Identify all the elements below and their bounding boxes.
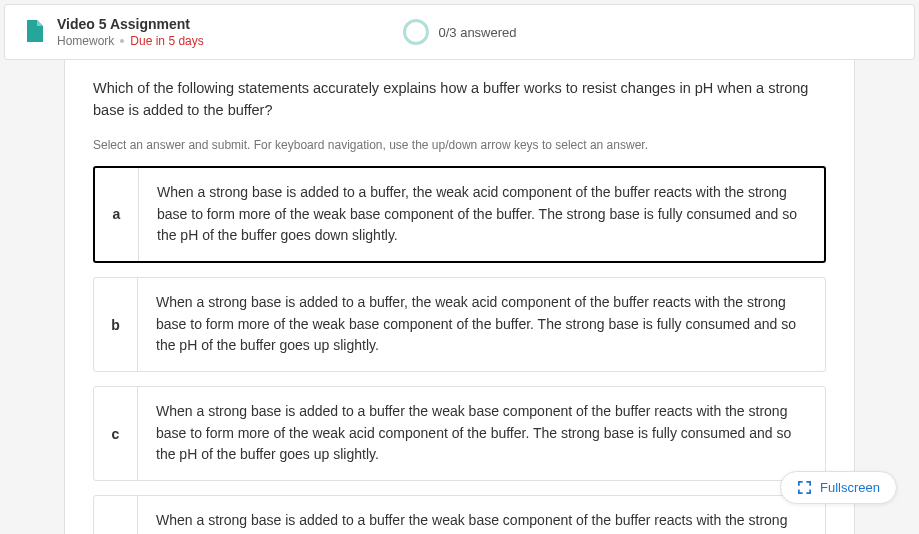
assignment-header: Video 5 Assignment Homework Due in 5 day… xyxy=(4,4,915,60)
progress-indicator: 0/3 answered xyxy=(402,19,516,45)
title-block: Video 5 Assignment Homework Due in 5 day… xyxy=(57,16,204,49)
document-icon xyxy=(25,20,43,42)
choice-option-d[interactable]: dWhen a strong base is added to a buffer… xyxy=(93,495,826,534)
assignment-meta: Homework Due in 5 days xyxy=(57,34,204,48)
choice-text: When a strong base is added to a buffer … xyxy=(138,496,825,534)
fullscreen-label: Fullscreen xyxy=(820,480,880,495)
choice-option-c[interactable]: cWhen a strong base is added to a buffer… xyxy=(93,386,826,481)
choice-list: aWhen a strong base is added to a buffer… xyxy=(93,166,826,534)
choice-option-a[interactable]: aWhen a strong base is added to a buffer… xyxy=(93,166,826,263)
fullscreen-icon xyxy=(797,480,812,495)
assignment-due: Due in 5 days xyxy=(130,34,203,48)
choice-text: When a strong base is added to a buffer,… xyxy=(138,278,825,371)
progress-circle-icon xyxy=(402,19,428,45)
fullscreen-button[interactable]: Fullscreen xyxy=(780,471,897,504)
choice-letter: c xyxy=(94,387,138,480)
progress-text: 0/3 answered xyxy=(438,25,516,40)
question-prompt: Which of the following statements accura… xyxy=(93,77,826,122)
choice-text: When a strong base is added to a buffer,… xyxy=(139,168,824,261)
assignment-type: Homework xyxy=(57,34,114,48)
answer-instructions: Select an answer and submit. For keyboar… xyxy=(93,138,826,152)
choice-letter: a xyxy=(95,168,139,261)
choice-text: When a strong base is added to a buffer … xyxy=(138,387,825,480)
assignment-title: Video 5 Assignment xyxy=(57,16,204,33)
question-card: Which of the following statements accura… xyxy=(64,58,855,534)
choice-option-b[interactable]: bWhen a strong base is added to a buffer… xyxy=(93,277,826,372)
meta-separator-icon xyxy=(120,39,124,43)
choice-letter: d xyxy=(94,496,138,534)
choice-letter: b xyxy=(94,278,138,371)
